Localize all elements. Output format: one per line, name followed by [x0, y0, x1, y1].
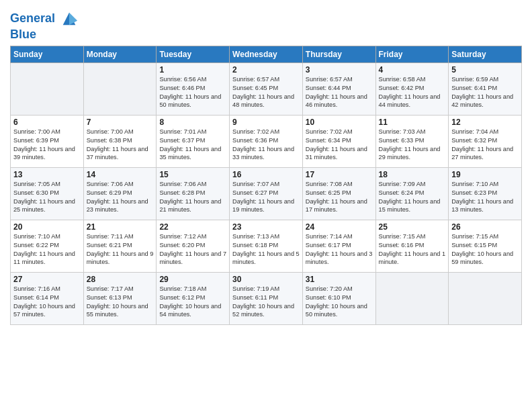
- calendar-cell: 27Sunrise: 7:16 AM Sunset: 6:14 PM Dayli…: [11, 272, 84, 324]
- day-number: 10: [306, 118, 373, 127]
- logo-blue: Blue: [10, 28, 79, 42]
- day-number: 26: [451, 222, 519, 232]
- day-number: 30: [232, 275, 300, 284]
- page: General Blue SundayMondayTuesdayWednesda…: [0, 0, 532, 411]
- calendar-cell: [83, 62, 157, 115]
- day-info: Sunrise: 7:06 AM Sunset: 6:28 PM Dayligh…: [159, 180, 226, 215]
- calendar-cell: 7Sunrise: 7:00 AM Sunset: 6:38 PM Daylig…: [83, 115, 157, 167]
- header-row: SundayMondayTuesdayWednesdayThursdayFrid…: [11, 46, 522, 62]
- calendar-cell: 26Sunrise: 7:15 AM Sunset: 6:15 PM Dayli…: [449, 220, 522, 272]
- calendar-cell: 16Sunrise: 7:07 AM Sunset: 6:27 PM Dayli…: [230, 167, 303, 220]
- calendar-cell: 25Sunrise: 7:15 AM Sunset: 6:16 PM Dayli…: [375, 220, 449, 272]
- calendar-cell: 18Sunrise: 7:09 AM Sunset: 6:24 PM Dayli…: [375, 167, 449, 220]
- day-number: 18: [379, 170, 446, 179]
- calendar-cell: 31Sunrise: 7:20 AM Sunset: 6:10 PM Dayli…: [302, 272, 375, 324]
- calendar-cell: 17Sunrise: 7:08 AM Sunset: 6:25 PM Dayli…: [302, 167, 375, 220]
- week-row-5: 27Sunrise: 7:16 AM Sunset: 6:14 PM Dayli…: [11, 272, 522, 324]
- header: General Blue: [10, 7, 522, 42]
- calendar-cell: 1Sunrise: 6:56 AM Sunset: 6:46 PM Daylig…: [157, 62, 230, 115]
- day-number: 21: [87, 222, 154, 232]
- calendar-cell: 2Sunrise: 6:57 AM Sunset: 6:45 PM Daylig…: [230, 62, 303, 115]
- day-number: 29: [159, 275, 226, 284]
- calendar-table: SundayMondayTuesdayWednesdayThursdayFrid…: [10, 46, 522, 325]
- day-info: Sunrise: 7:13 AM Sunset: 6:18 PM Dayligh…: [232, 232, 300, 267]
- day-info: Sunrise: 7:05 AM Sunset: 6:30 PM Dayligh…: [13, 180, 81, 215]
- day-info: Sunrise: 7:17 AM Sunset: 6:13 PM Dayligh…: [87, 285, 154, 320]
- calendar-cell: 29Sunrise: 7:18 AM Sunset: 6:12 PM Dayli…: [157, 272, 230, 324]
- calendar-cell: 23Sunrise: 7:13 AM Sunset: 6:18 PM Dayli…: [230, 220, 303, 272]
- calendar-cell: 4Sunrise: 6:58 AM Sunset: 6:42 PM Daylig…: [375, 62, 449, 115]
- logo-icon: [60, 9, 79, 28]
- day-info: Sunrise: 7:09 AM Sunset: 6:24 PM Dayligh…: [379, 180, 446, 215]
- logo-blue-text: Blue: [10, 28, 36, 41]
- day-info: Sunrise: 7:01 AM Sunset: 6:37 PM Dayligh…: [159, 128, 226, 163]
- day-number: 6: [13, 118, 81, 127]
- day-info: Sunrise: 7:02 AM Sunset: 6:36 PM Dayligh…: [232, 128, 300, 163]
- day-number: 25: [379, 222, 446, 232]
- day-info: Sunrise: 7:03 AM Sunset: 6:33 PM Dayligh…: [379, 128, 446, 163]
- day-info: Sunrise: 7:15 AM Sunset: 6:15 PM Dayligh…: [451, 232, 519, 267]
- day-header-friday: Friday: [375, 46, 449, 62]
- calendar-body: 1Sunrise: 6:56 AM Sunset: 6:46 PM Daylig…: [11, 62, 522, 324]
- day-number: 27: [13, 275, 81, 284]
- day-number: 13: [13, 170, 81, 179]
- day-info: Sunrise: 7:10 AM Sunset: 6:22 PM Dayligh…: [13, 232, 81, 267]
- day-number: 15: [159, 170, 226, 179]
- calendar-cell: 28Sunrise: 7:17 AM Sunset: 6:13 PM Dayli…: [83, 272, 157, 324]
- calendar-cell: 3Sunrise: 6:57 AM Sunset: 6:44 PM Daylig…: [302, 62, 375, 115]
- day-info: Sunrise: 6:59 AM Sunset: 6:41 PM Dayligh…: [451, 75, 519, 110]
- calendar-cell: 9Sunrise: 7:02 AM Sunset: 6:36 PM Daylig…: [230, 115, 303, 167]
- day-number: 2: [232, 65, 300, 75]
- day-info: Sunrise: 7:14 AM Sunset: 6:17 PM Dayligh…: [306, 232, 373, 267]
- calendar-cell: 21Sunrise: 7:11 AM Sunset: 6:21 PM Dayli…: [83, 220, 157, 272]
- day-info: Sunrise: 7:04 AM Sunset: 6:32 PM Dayligh…: [451, 128, 519, 163]
- calendar-cell: 12Sunrise: 7:04 AM Sunset: 6:32 PM Dayli…: [449, 115, 522, 167]
- day-info: Sunrise: 7:08 AM Sunset: 6:25 PM Dayligh…: [306, 180, 373, 215]
- calendar-cell: 5Sunrise: 6:59 AM Sunset: 6:41 PM Daylig…: [449, 62, 522, 115]
- week-row-4: 20Sunrise: 7:10 AM Sunset: 6:22 PM Dayli…: [11, 220, 522, 272]
- day-number: 4: [379, 65, 446, 75]
- day-number: 24: [306, 222, 373, 232]
- calendar-cell: 11Sunrise: 7:03 AM Sunset: 6:33 PM Dayli…: [375, 115, 449, 167]
- day-info: Sunrise: 7:02 AM Sunset: 6:34 PM Dayligh…: [306, 128, 373, 163]
- day-header-wednesday: Wednesday: [230, 46, 303, 62]
- day-number: 3: [306, 65, 373, 75]
- day-number: 8: [159, 118, 226, 127]
- week-row-3: 13Sunrise: 7:05 AM Sunset: 6:30 PM Dayli…: [11, 167, 522, 220]
- day-info: Sunrise: 7:18 AM Sunset: 6:12 PM Dayligh…: [159, 285, 226, 320]
- day-number: 14: [87, 170, 154, 179]
- day-number: 17: [306, 170, 373, 179]
- day-number: 31: [306, 275, 373, 284]
- calendar-cell: 10Sunrise: 7:02 AM Sunset: 6:34 PM Dayli…: [302, 115, 375, 167]
- calendar-header: SundayMondayTuesdayWednesdayThursdayFrid…: [11, 46, 522, 62]
- calendar-cell: 14Sunrise: 7:06 AM Sunset: 6:29 PM Dayli…: [83, 167, 157, 220]
- calendar-cell: 20Sunrise: 7:10 AM Sunset: 6:22 PM Dayli…: [11, 220, 84, 272]
- calendar-cell: 19Sunrise: 7:10 AM Sunset: 6:23 PM Dayli…: [449, 167, 522, 220]
- day-number: 28: [87, 275, 154, 284]
- calendar-cell: 13Sunrise: 7:05 AM Sunset: 6:30 PM Dayli…: [11, 167, 84, 220]
- day-info: Sunrise: 7:07 AM Sunset: 6:27 PM Dayligh…: [232, 180, 300, 215]
- day-number: 20: [13, 222, 81, 232]
- day-header-thursday: Thursday: [302, 46, 375, 62]
- logo-text: General: [10, 9, 79, 28]
- day-info: Sunrise: 7:00 AM Sunset: 6:38 PM Dayligh…: [87, 128, 154, 163]
- day-number: 7: [87, 118, 154, 127]
- logo: General Blue: [10, 9, 79, 42]
- day-info: Sunrise: 6:57 AM Sunset: 6:45 PM Dayligh…: [232, 75, 300, 110]
- day-info: Sunrise: 7:06 AM Sunset: 6:29 PM Dayligh…: [87, 180, 154, 215]
- day-number: 1: [159, 65, 226, 75]
- calendar-cell: 24Sunrise: 7:14 AM Sunset: 6:17 PM Dayli…: [302, 220, 375, 272]
- day-header-sunday: Sunday: [11, 46, 84, 62]
- calendar-cell: 15Sunrise: 7:06 AM Sunset: 6:28 PM Dayli…: [157, 167, 230, 220]
- calendar-cell: [11, 62, 84, 115]
- day-info: Sunrise: 7:16 AM Sunset: 6:14 PM Dayligh…: [13, 285, 81, 320]
- day-number: 11: [379, 118, 446, 127]
- day-info: Sunrise: 6:57 AM Sunset: 6:44 PM Dayligh…: [306, 75, 373, 110]
- day-header-tuesday: Tuesday: [157, 46, 230, 62]
- day-info: Sunrise: 7:20 AM Sunset: 6:10 PM Dayligh…: [306, 285, 373, 320]
- day-info: Sunrise: 7:00 AM Sunset: 6:39 PM Dayligh…: [13, 128, 81, 163]
- calendar-cell: [375, 272, 449, 324]
- day-number: 12: [451, 118, 519, 127]
- calendar-cell: [449, 272, 522, 324]
- week-row-2: 6Sunrise: 7:00 AM Sunset: 6:39 PM Daylig…: [11, 115, 522, 167]
